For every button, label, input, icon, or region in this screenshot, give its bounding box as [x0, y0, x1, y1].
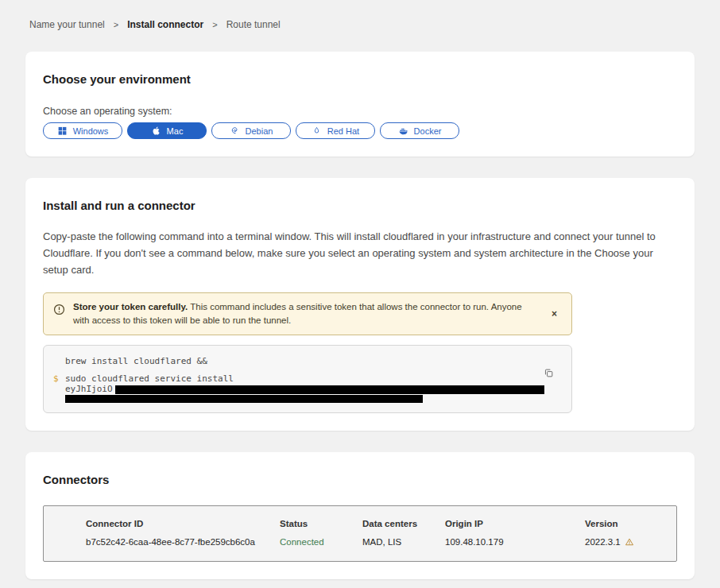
os-button-group: Windows Mac Debian Red Hat: [43, 122, 677, 139]
os-select-label: Choose an operating system:: [43, 106, 677, 117]
debian-icon: [230, 126, 240, 136]
install-connector-title: Install and run a connector: [43, 199, 677, 212]
environment-card: Choose your environment Choose an operat…: [25, 52, 695, 157]
docker-icon: [398, 126, 408, 136]
breadcrumb-install-connector[interactable]: Install connector: [127, 19, 203, 30]
col-connector-id: Connector ID: [86, 519, 280, 528]
table-row: b7c52c42-6caa-48ee-8c77-fbe259cb6c0a Con…: [86, 537, 660, 547]
connectors-title: Connectors: [43, 473, 677, 486]
install-command-code-block: brew install cloudflared && $sudo cloudf…: [43, 345, 572, 413]
version-value: 2022.3.1: [585, 537, 660, 547]
breadcrumb-separator: >: [212, 20, 217, 29]
os-button-windows[interactable]: Windows: [43, 122, 122, 139]
col-data-centers: Data centers: [362, 519, 445, 528]
token-prefix: eyJhIjoiO: [65, 384, 113, 394]
data-centers-value: MAD, LIS: [362, 537, 445, 547]
token-warning-bold: Store your token carefully.: [73, 302, 188, 311]
status-badge: Connected: [280, 537, 362, 547]
windows-icon: [57, 126, 68, 136]
apple-icon: [151, 126, 161, 136]
table-header-row: Connector ID Status Data centers Origin …: [86, 519, 660, 528]
os-button-mac[interactable]: Mac: [127, 122, 207, 139]
token-warning-text: Store your token carefully. This command…: [73, 300, 539, 327]
copy-icon[interactable]: [542, 366, 555, 380]
shell-prompt: $: [53, 373, 59, 384]
install-connector-card: Install and run a connector Copy-paste t…: [25, 178, 695, 431]
token-warning-banner: Store your token carefully. This command…: [43, 292, 572, 335]
os-button-label: Red Hat: [327, 126, 359, 136]
warning-triangle-icon: [625, 537, 634, 547]
os-button-label: Windows: [73, 126, 109, 136]
page: Name your tunnel > Install connector > R…: [0, 0, 720, 588]
breadcrumb-name-your-tunnel[interactable]: Name your tunnel: [29, 19, 105, 30]
connectors-card: Connectors Connector ID Status Data cent…: [25, 452, 695, 579]
redhat-icon: [312, 126, 322, 136]
info-circle-icon: [53, 304, 65, 319]
redacted-token-bar: [65, 395, 423, 403]
breadcrumb: Name your tunnel > Install connector > R…: [25, 19, 695, 30]
os-button-debian[interactable]: Debian: [211, 122, 291, 139]
col-origin-ip: Origin IP: [445, 519, 585, 528]
col-version: Version: [585, 519, 660, 528]
os-button-label: Docker: [414, 126, 442, 136]
origin-ip-value: 109.48.10.179: [445, 537, 585, 547]
os-button-docker[interactable]: Docker: [380, 122, 459, 139]
os-button-label: Mac: [167, 126, 184, 136]
os-button-label: Debian: [246, 126, 273, 136]
code-line-brew: brew install cloudflared &&: [65, 356, 560, 366]
install-connector-description: Copy-paste the following command into a …: [43, 228, 677, 278]
environment-card-title: Choose your environment: [43, 72, 677, 86]
os-button-redhat[interactable]: Red Hat: [296, 122, 375, 139]
code-line-sudo: $sudo cloudflared service install: [65, 373, 560, 384]
breadcrumb-separator: >: [114, 20, 118, 29]
connector-id-value: b7c52c42-6caa-48ee-8c77-fbe259cb6c0a: [86, 537, 280, 547]
breadcrumb-route-tunnel[interactable]: Route tunnel: [226, 19, 281, 30]
redacted-token-bar: [115, 385, 544, 394]
code-line-token: eyJhIjoiO: [65, 384, 560, 394]
close-icon[interactable]: ×: [547, 306, 562, 322]
connectors-table: Connector ID Status Data centers Origin …: [43, 505, 677, 562]
col-status: Status: [280, 519, 362, 528]
